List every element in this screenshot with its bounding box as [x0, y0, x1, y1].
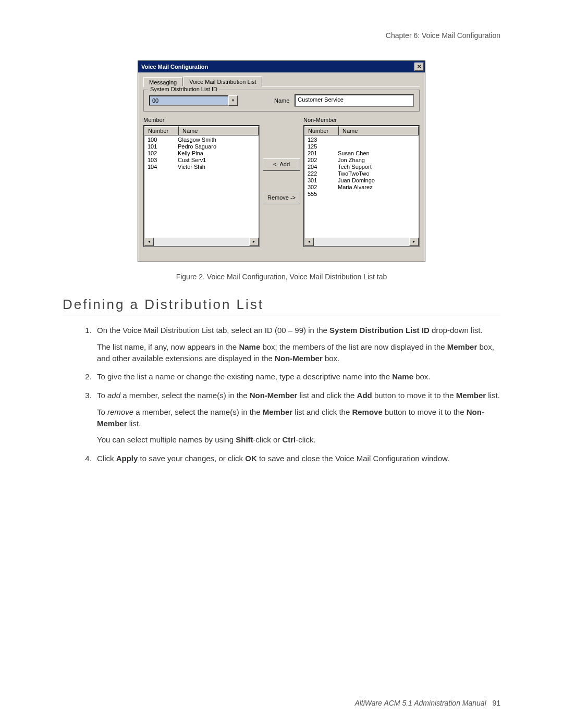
list-item[interactable]: 100 [148, 137, 178, 143]
text: button to move it to the [383, 408, 467, 416]
text-bold: System Distribution List ID [329, 326, 430, 335]
list-item[interactable]: 555 [308, 191, 338, 198]
instruction-step-1: On the Voice Mail Distribution List tab,… [94, 325, 500, 364]
member-col-name[interactable]: Name [179, 126, 259, 135]
list-item[interactable]: Juan Domingo [338, 177, 419, 184]
text: On the Voice Mail Distribution List tab,… [97, 326, 329, 335]
nonmember-scrollbar[interactable]: ◄ ► [304, 238, 419, 246]
list-item[interactable]: 101 [148, 143, 178, 150]
list-item[interactable]: Susan Chen [338, 150, 419, 157]
text: The list name, if any, now appears in th… [97, 342, 239, 351]
scroll-track[interactable] [314, 238, 409, 246]
text: to save and close the Voice Mail Configu… [257, 454, 449, 463]
text: -click or [253, 435, 283, 444]
nonmember-number-col: 123 125 201 202 204 222 301 302 555 [304, 137, 338, 238]
instructions-list: On the Voice Mail Distribution List tab,… [94, 325, 500, 464]
list-item[interactable]: Jon Zhang [338, 157, 419, 164]
list-item[interactable]: 125 [308, 143, 338, 150]
text-bold: Member [456, 391, 486, 400]
text-bold: Shift [236, 435, 253, 444]
figure-caption: Figure 2. Voice Mail Configuration, Voic… [63, 273, 500, 281]
list-item[interactable]: Kelly Pina [178, 150, 259, 157]
text-bold: Name [239, 342, 260, 351]
member-col-number[interactable]: Number [144, 126, 179, 135]
text-bold: Ctrl [282, 435, 296, 444]
name-label: Name [274, 97, 289, 104]
list-item[interactable]: 302 [308, 184, 338, 191]
scroll-track[interactable] [154, 238, 249, 246]
member-scrollbar[interactable]: ◄ ► [144, 238, 259, 246]
footer-doc-title: AltiWare ACM 5.1 Administration Manual [354, 699, 486, 707]
text-bold: Add [357, 391, 372, 400]
nonmember-listbox[interactable]: Number Name 123 125 201 202 204 [303, 125, 420, 247]
text: drop-down list. [430, 326, 483, 335]
list-item[interactable]: 201 [308, 150, 338, 157]
nonmember-label: Non-Member [303, 117, 420, 123]
dist-list-id-dropdown[interactable]: 00 ▼ [149, 95, 238, 106]
text: list. [127, 419, 141, 428]
list-item[interactable] [338, 143, 419, 150]
text: Click [97, 454, 116, 463]
dialog-screenshot: Voice Mail Configuration ✕ Messaging Voi… [63, 60, 500, 262]
dialog-title: Voice Mail Configuration [141, 64, 208, 70]
list-item[interactable]: Victor Shih [178, 164, 259, 170]
list-item[interactable]: 104 [148, 164, 178, 170]
list-item[interactable] [338, 137, 419, 143]
nonmember-name-col: Susan Chen Jon Zhang Tech Support TwoTwo… [338, 137, 419, 238]
list-item[interactable]: 103 [148, 157, 178, 164]
text-bold: Non-Member [250, 391, 298, 400]
tab-row: Messaging Voice Mail Distribution List [143, 76, 420, 87]
dropdown-value: 00 [149, 95, 228, 106]
nonmember-col-name[interactable]: Name [339, 126, 419, 135]
list-item[interactable]: 102 [148, 150, 178, 157]
page-header: Chapter 6: Voice Mail Configuration [63, 31, 500, 40]
list-item[interactable]: 301 [308, 177, 338, 184]
section-heading: Defining a Distribution List [63, 297, 500, 313]
list-item[interactable]: TwoTwoTwo [338, 170, 419, 177]
instruction-step-2: To give the list a name or change the ex… [94, 371, 500, 382]
dialog-titlebar: Voice Mail Configuration ✕ [138, 61, 425, 72]
name-input[interactable]: Customer Service [295, 94, 414, 107]
add-button[interactable]: <- Add [263, 158, 300, 171]
nonmember-col-number[interactable]: Number [304, 126, 339, 135]
text: To [97, 408, 107, 416]
remove-button[interactable]: Remove -> [263, 192, 300, 204]
instruction-step-4: Click Apply to save your changes, or cli… [94, 453, 500, 464]
list-item[interactable]: Cust Serv1 [178, 157, 259, 164]
footer-page-number: 91 [492, 699, 500, 707]
text-italic: remove [107, 408, 133, 416]
text-italic: add [107, 391, 120, 400]
chevron-down-icon[interactable]: ▼ [228, 95, 238, 106]
scroll-right-icon[interactable]: ► [409, 238, 419, 246]
list-item[interactable]: 222 [308, 170, 338, 177]
scroll-right-icon[interactable]: ► [249, 238, 259, 246]
member-listbox[interactable]: Number Name 100 101 102 103 104 [143, 125, 260, 247]
page-footer: AltiWare ACM 5.1 Administration Manual 9… [354, 699, 500, 707]
text: button to move it to the [372, 391, 456, 400]
list-item[interactable] [338, 191, 419, 198]
list-item[interactable]: 202 [308, 157, 338, 164]
scroll-left-icon[interactable]: ◄ [304, 238, 314, 246]
list-item[interactable]: 204 [308, 164, 338, 170]
text-bold: Member [263, 408, 293, 416]
fieldset-legend: System Distribution List ID [148, 86, 219, 92]
scroll-left-icon[interactable]: ◄ [144, 238, 154, 246]
list-item[interactable]: Maria Alvarez [338, 184, 419, 191]
section-rule [63, 315, 500, 315]
text: box. [413, 372, 431, 381]
text-bold: Apply [116, 454, 138, 463]
list-item[interactable]: Tech Support [338, 164, 419, 170]
text: a member, select the name(s) in the [133, 408, 263, 416]
list-item[interactable]: Pedro Saguaro [178, 143, 259, 150]
instruction-step-3: To add a member, select the name(s) in t… [94, 390, 500, 446]
text: -click. [296, 435, 315, 444]
text: list. [486, 391, 500, 400]
close-icon[interactable]: ✕ [414, 63, 424, 71]
list-item[interactable]: 123 [308, 137, 338, 143]
text: To [97, 391, 107, 400]
text: You can select multiple names by using [97, 435, 236, 444]
text: to save your changes, or click [138, 454, 245, 463]
tab-distribution-list[interactable]: Voice Mail Distribution List [183, 76, 262, 87]
text: a member, select the name(s) in the [120, 391, 250, 400]
list-item[interactable]: Glasgow Smith [178, 137, 259, 143]
